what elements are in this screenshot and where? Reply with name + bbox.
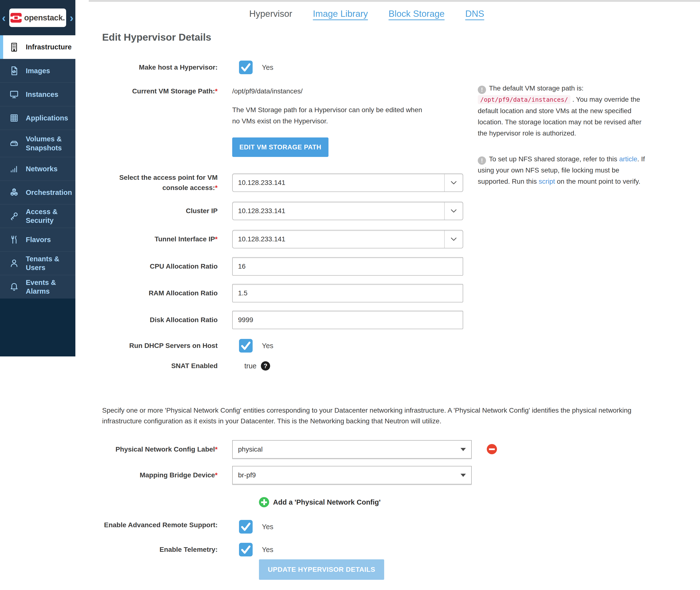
make-host-checkbox[interactable]: [239, 61, 253, 74]
sidebar-item-networks[interactable]: Networks: [0, 157, 75, 181]
sidebar-item-access-security[interactable]: Access & Security: [0, 204, 75, 228]
tab-block-storage[interactable]: Block Storage: [388, 9, 445, 19]
sidebar-item-orchestration[interactable]: Orchestration: [0, 181, 75, 204]
caret-down-icon: [461, 448, 466, 451]
make-host-row: Make host a Hypervisor: Yes: [75, 60, 700, 75]
remove-config-button[interactable]: [487, 444, 497, 454]
telemetry-yes-text: Yes: [262, 546, 273, 554]
drive-icon: [9, 138, 19, 149]
snat-label: SNAT Enabled: [102, 361, 218, 371]
access-point-label: Select the access point for VM console a…: [102, 173, 218, 193]
telemetry-checkbox[interactable]: [239, 543, 253, 557]
physical-network-config-select[interactable]: physical: [232, 440, 472, 459]
sidebar-item-label: Orchestration: [26, 188, 75, 197]
sidebar-item-label: Infrastructure: [26, 42, 74, 51]
make-host-label: Make host a Hypervisor:: [102, 62, 218, 73]
required-asterisk: *: [215, 184, 218, 191]
snat-value: true: [244, 362, 256, 370]
remote-support-row: Enable Advanced Remote Support: Yes: [75, 520, 700, 533]
tab-hypervisor[interactable]: Hypervisor: [249, 9, 292, 19]
add-config-link[interactable]: Add a 'Physical Network Config': [273, 498, 380, 506]
openstack-logo[interactable]: openstack.: [9, 8, 66, 27]
ram-ratio-input[interactable]: [232, 284, 463, 302]
info-icon: [478, 157, 486, 165]
sidebar-item-events-alarms[interactable]: Events & Alarms: [0, 275, 75, 299]
disk-ratio-row: Disk Allocation Ratio: [75, 311, 700, 329]
article-link[interactable]: article: [619, 155, 637, 163]
chevron-right-icon[interactable]: ›: [69, 12, 74, 23]
help-question-icon[interactable]: ?: [261, 361, 270, 371]
disk-ratio-input[interactable]: [232, 311, 463, 329]
make-host-yes-text: Yes: [262, 64, 273, 72]
sidebar-item-label: Images: [26, 67, 52, 75]
checkmark-icon: [239, 553, 253, 557]
page-title: Edit Hypervisor Details: [102, 32, 700, 43]
key-icon: [9, 211, 19, 221]
sidebar-item-label: Tenants & Users: [26, 255, 75, 272]
cpu-ratio-label: CPU Allocation Ratio: [102, 261, 218, 272]
edit-vm-storage-path-button[interactable]: EDIT VM STORAGE PATH: [232, 137, 329, 157]
sidebar-item-tenants-users[interactable]: Tenants & Users: [0, 251, 75, 275]
sidebar-nav: Infrastructure Images Instances: [0, 35, 75, 299]
remote-support-checkbox[interactable]: [239, 520, 253, 533]
note-text: on the mount point to verify.: [555, 178, 640, 185]
utensils-icon: [9, 234, 19, 245]
select-value: physical: [233, 446, 461, 453]
cpu-ratio-input[interactable]: [232, 257, 463, 276]
update-hypervisor-button[interactable]: UPDATE HYPERVISOR DETAILS: [259, 559, 384, 580]
sidebar-item-label: Volumes & Snapshots: [26, 134, 75, 152]
add-config-row: Add a 'Physical Network Config': [75, 497, 700, 507]
access-point-dropdown[interactable]: 10.128.233.141: [232, 174, 463, 192]
dropdown-value: 10.128.233.141: [233, 235, 444, 243]
sidebar-item-label: Networks: [26, 165, 60, 173]
cpu-ratio-row: CPU Allocation Ratio: [75, 257, 700, 276]
sidebar-item-images[interactable]: Images: [0, 59, 75, 83]
tunnel-ip-dropdown[interactable]: 10.128.233.141: [232, 230, 463, 249]
sidebar-header: ‹ openstack. ›: [0, 0, 75, 35]
storage-path-value: /opt/pf9/data/instances/: [232, 84, 427, 99]
add-plus-icon[interactable]: [259, 497, 269, 507]
remote-support-label: Enable Advanced Remote Support:: [102, 520, 218, 530]
dhcp-label: Run DHCP Servers on Host: [102, 340, 218, 351]
sidebar-item-infrastructure[interactable]: Infrastructure: [0, 35, 75, 59]
sidebar-item-flavors[interactable]: Flavors: [0, 228, 75, 251]
bridge-device-select[interactable]: br-pf9: [232, 466, 472, 484]
telemetry-row: Enable Telemetry: Yes: [75, 542, 700, 557]
storage-path-code: /opt/pf9/data/instances/: [478, 95, 570, 104]
required-asterisk: *: [215, 446, 218, 453]
network-config-description: Specify one or more 'Physical Network Co…: [102, 405, 664, 426]
signal-bars-icon: [9, 164, 19, 174]
openstack-logo-mark-icon: [10, 13, 22, 23]
dropdown-value: 10.128.233.141: [233, 207, 444, 215]
dhcp-yes-text: Yes: [262, 342, 273, 350]
script-link[interactable]: script: [539, 178, 555, 185]
storage-path-help: The VM Storage path for a Hypervisor can…: [232, 104, 427, 127]
tab-dns[interactable]: DNS: [465, 9, 484, 19]
sidebar-item-label: Events & Alarms: [26, 278, 75, 296]
storage-path-note: The default VM storage path is: /opt/pf9…: [478, 83, 646, 139]
telemetry-label: Enable Telemetry:: [102, 545, 218, 555]
tunnel-ip-label: Tunnel Interface IP*: [102, 234, 218, 244]
required-asterisk: *: [215, 87, 218, 95]
chevron-left-icon[interactable]: ‹: [1, 12, 6, 23]
config-label-label: Physical Network Config Label*: [102, 444, 218, 455]
sidebar-item-volumes-snapshots[interactable]: Volumes & Snapshots: [0, 130, 75, 157]
sidebar-item-label: Flavors: [26, 235, 53, 244]
sidebar-item-instances[interactable]: Instances: [0, 83, 75, 106]
chevron-down-icon: [444, 230, 463, 248]
remote-support-yes-text: Yes: [262, 523, 273, 531]
active-accent-bar: [0, 35, 3, 59]
cluster-ip-dropdown[interactable]: 10.128.233.141: [232, 202, 463, 220]
checkmark-icon: [239, 349, 253, 353]
cluster-ip-row: Cluster IP 10.128.233.141: [75, 202, 700, 220]
sidebar-item-applications[interactable]: Applications: [0, 106, 75, 130]
info-panel: The default VM storage path is: /opt/pf9…: [478, 83, 646, 187]
sidebar-item-label: Applications: [26, 114, 71, 122]
ram-ratio-label: RAM Allocation Ratio: [102, 288, 218, 298]
dhcp-row: Run DHCP Servers on Host Yes: [75, 338, 700, 353]
tab-image-library[interactable]: Image Library: [313, 9, 368, 19]
checkmark-icon: [239, 530, 253, 534]
image-file-icon: [9, 66, 19, 76]
dhcp-checkbox[interactable]: [239, 339, 253, 353]
tab-bar: Hypervisor Image Library Block Storage D…: [249, 9, 700, 19]
